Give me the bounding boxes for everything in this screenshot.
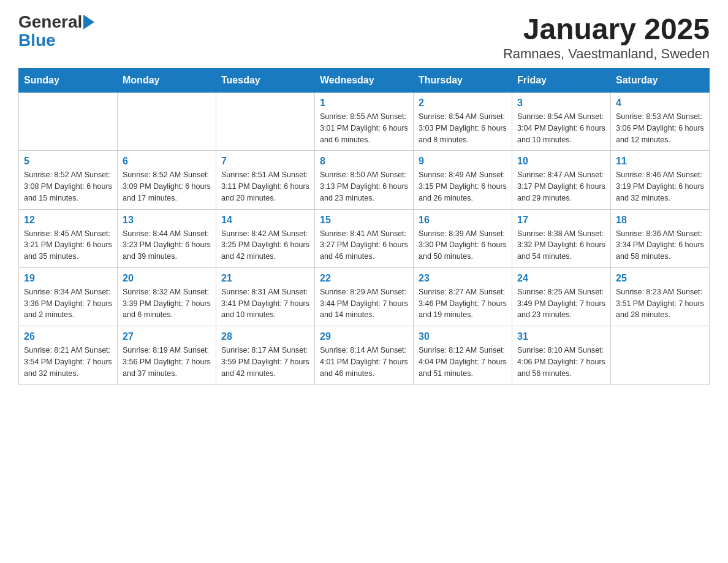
calendar-header-tuesday: Tuesday <box>216 69 315 93</box>
table-row: 31Sunrise: 8:10 AM Sunset: 4:06 PM Dayli… <box>512 326 611 385</box>
day-info: Sunrise: 8:27 AM Sunset: 3:46 PM Dayligh… <box>419 286 507 321</box>
day-number: 25 <box>616 273 704 284</box>
day-info: Sunrise: 8:31 AM Sunset: 3:41 PM Dayligh… <box>221 286 309 321</box>
table-row: 1Sunrise: 8:55 AM Sunset: 3:01 PM Daylig… <box>315 93 414 151</box>
day-info: Sunrise: 8:50 AM Sunset: 3:13 PM Dayligh… <box>320 169 408 204</box>
logo: General Blue <box>18 12 94 49</box>
table-row: 14Sunrise: 8:42 AM Sunset: 3:25 PM Dayli… <box>216 209 315 267</box>
day-number: 3 <box>517 98 605 109</box>
table-row <box>611 326 710 385</box>
day-info: Sunrise: 8:45 AM Sunset: 3:21 PM Dayligh… <box>24 228 112 262</box>
day-number: 7 <box>221 156 309 167</box>
day-info: Sunrise: 8:54 AM Sunset: 3:04 PM Dayligh… <box>517 111 605 145</box>
day-info: Sunrise: 8:34 AM Sunset: 3:36 PM Dayligh… <box>24 286 112 321</box>
table-row: 29Sunrise: 8:14 AM Sunset: 4:01 PM Dayli… <box>315 326 414 385</box>
day-info: Sunrise: 8:12 AM Sunset: 4:04 PM Dayligh… <box>419 345 507 379</box>
table-row: 8Sunrise: 8:50 AM Sunset: 3:13 PM Daylig… <box>315 151 414 209</box>
table-row: 9Sunrise: 8:49 AM Sunset: 3:15 PM Daylig… <box>414 151 512 209</box>
day-number: 19 <box>24 273 112 284</box>
calendar-header-wednesday: Wednesday <box>315 69 414 93</box>
day-info: Sunrise: 8:55 AM Sunset: 3:01 PM Dayligh… <box>320 111 408 145</box>
table-row: 23Sunrise: 8:27 AM Sunset: 3:46 PM Dayli… <box>414 267 512 326</box>
day-number: 4 <box>616 98 704 109</box>
table-row: 25Sunrise: 8:23 AM Sunset: 3:51 PM Dayli… <box>611 267 710 326</box>
logo-blue-text: Blue <box>18 32 56 49</box>
table-row: 3Sunrise: 8:54 AM Sunset: 3:04 PM Daylig… <box>512 93 611 151</box>
day-info: Sunrise: 8:49 AM Sunset: 3:15 PM Dayligh… <box>419 169 507 204</box>
day-number: 27 <box>123 331 211 342</box>
table-row: 5Sunrise: 8:52 AM Sunset: 3:08 PM Daylig… <box>19 151 118 209</box>
table-row: 11Sunrise: 8:46 AM Sunset: 3:19 PM Dayli… <box>611 151 710 209</box>
day-info: Sunrise: 8:41 AM Sunset: 3:27 PM Dayligh… <box>320 228 408 262</box>
day-number: 18 <box>616 215 704 226</box>
calendar-header-thursday: Thursday <box>414 69 512 93</box>
table-row: 2Sunrise: 8:54 AM Sunset: 3:03 PM Daylig… <box>414 93 512 151</box>
day-info: Sunrise: 8:38 AM Sunset: 3:32 PM Dayligh… <box>517 228 605 262</box>
day-number: 13 <box>123 215 211 226</box>
logo-general-text: General <box>18 12 82 32</box>
day-info: Sunrise: 8:53 AM Sunset: 3:06 PM Dayligh… <box>616 111 704 145</box>
table-row: 12Sunrise: 8:45 AM Sunset: 3:21 PM Dayli… <box>19 209 118 267</box>
day-info: Sunrise: 8:42 AM Sunset: 3:25 PM Dayligh… <box>221 228 309 262</box>
table-row <box>19 93 118 151</box>
day-number: 6 <box>123 156 211 167</box>
day-number: 9 <box>419 156 507 167</box>
calendar-week-row: 26Sunrise: 8:21 AM Sunset: 3:54 PM Dayli… <box>19 326 710 385</box>
page-header: General Blue January 2025 Ramnaes, Vaest… <box>18 12 710 62</box>
table-row: 21Sunrise: 8:31 AM Sunset: 3:41 PM Dayli… <box>216 267 315 326</box>
table-row: 20Sunrise: 8:32 AM Sunset: 3:39 PM Dayli… <box>118 267 216 326</box>
day-number: 8 <box>320 156 408 167</box>
day-info: Sunrise: 8:47 AM Sunset: 3:17 PM Dayligh… <box>517 169 605 204</box>
table-row: 13Sunrise: 8:44 AM Sunset: 3:23 PM Dayli… <box>118 209 216 267</box>
day-number: 2 <box>419 98 507 109</box>
calendar-header-friday: Friday <box>512 69 611 93</box>
day-number: 29 <box>320 331 408 342</box>
table-row: 30Sunrise: 8:12 AM Sunset: 4:04 PM Dayli… <box>414 326 512 385</box>
day-info: Sunrise: 8:51 AM Sunset: 3:11 PM Dayligh… <box>221 169 309 204</box>
day-info: Sunrise: 8:46 AM Sunset: 3:19 PM Dayligh… <box>616 169 704 204</box>
day-info: Sunrise: 8:19 AM Sunset: 3:56 PM Dayligh… <box>123 345 211 379</box>
calendar-week-row: 5Sunrise: 8:52 AM Sunset: 3:08 PM Daylig… <box>19 151 710 209</box>
calendar-header-sunday: Sunday <box>19 69 118 93</box>
day-number: 12 <box>24 215 112 226</box>
table-row: 16Sunrise: 8:39 AM Sunset: 3:30 PM Dayli… <box>414 209 512 267</box>
day-number: 22 <box>320 273 408 284</box>
day-info: Sunrise: 8:17 AM Sunset: 3:59 PM Dayligh… <box>221 345 309 379</box>
logo-arrow-icon <box>83 15 94 29</box>
day-info: Sunrise: 8:25 AM Sunset: 3:49 PM Dayligh… <box>517 286 605 321</box>
day-info: Sunrise: 8:21 AM Sunset: 3:54 PM Dayligh… <box>24 345 112 379</box>
table-row: 26Sunrise: 8:21 AM Sunset: 3:54 PM Dayli… <box>19 326 118 385</box>
page-subtitle: Ramnaes, Vaestmanland, Sweden <box>503 46 710 62</box>
day-info: Sunrise: 8:36 AM Sunset: 3:34 PM Dayligh… <box>616 228 704 262</box>
day-number: 16 <box>419 215 507 226</box>
day-info: Sunrise: 8:52 AM Sunset: 3:08 PM Dayligh… <box>24 169 112 204</box>
calendar-week-row: 1Sunrise: 8:55 AM Sunset: 3:01 PM Daylig… <box>19 93 710 151</box>
day-number: 5 <box>24 156 112 167</box>
day-info: Sunrise: 8:39 AM Sunset: 3:30 PM Dayligh… <box>419 228 507 262</box>
table-row: 6Sunrise: 8:52 AM Sunset: 3:09 PM Daylig… <box>118 151 216 209</box>
calendar-table: SundayMondayTuesdayWednesdayThursdayFrid… <box>18 68 710 385</box>
day-number: 20 <box>123 273 211 284</box>
calendar-header-row: SundayMondayTuesdayWednesdayThursdayFrid… <box>19 69 710 93</box>
day-number: 15 <box>320 215 408 226</box>
day-number: 23 <box>419 273 507 284</box>
table-row: 10Sunrise: 8:47 AM Sunset: 3:17 PM Dayli… <box>512 151 611 209</box>
table-row <box>118 93 216 151</box>
calendar-header-saturday: Saturday <box>611 69 710 93</box>
day-info: Sunrise: 8:52 AM Sunset: 3:09 PM Dayligh… <box>123 169 211 204</box>
table-row: 15Sunrise: 8:41 AM Sunset: 3:27 PM Dayli… <box>315 209 414 267</box>
title-block: January 2025 Ramnaes, Vaestmanland, Swed… <box>503 12 710 62</box>
day-number: 17 <box>517 215 605 226</box>
table-row: 7Sunrise: 8:51 AM Sunset: 3:11 PM Daylig… <box>216 151 315 209</box>
day-number: 14 <box>221 215 309 226</box>
day-info: Sunrise: 8:54 AM Sunset: 3:03 PM Dayligh… <box>419 111 507 145</box>
day-info: Sunrise: 8:10 AM Sunset: 4:06 PM Dayligh… <box>517 345 605 379</box>
day-number: 11 <box>616 156 704 167</box>
table-row <box>216 93 315 151</box>
day-info: Sunrise: 8:23 AM Sunset: 3:51 PM Dayligh… <box>616 286 704 321</box>
table-row: 28Sunrise: 8:17 AM Sunset: 3:59 PM Dayli… <box>216 326 315 385</box>
calendar-header-monday: Monday <box>118 69 216 93</box>
table-row: 4Sunrise: 8:53 AM Sunset: 3:06 PM Daylig… <box>611 93 710 151</box>
day-number: 26 <box>24 331 112 342</box>
table-row: 24Sunrise: 8:25 AM Sunset: 3:49 PM Dayli… <box>512 267 611 326</box>
